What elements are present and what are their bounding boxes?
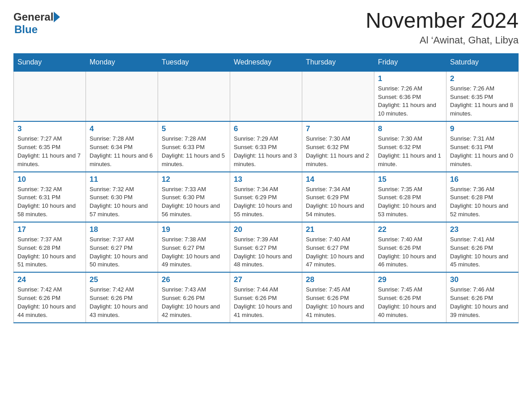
calendar-cell: 20Sunrise: 7:39 AM Sunset: 6:27 PM Dayli… [230, 222, 302, 272]
day-info: Sunrise: 7:42 AM Sunset: 6:26 PM Dayligh… [17, 286, 82, 319]
day-info: Sunrise: 7:26 AM Sunset: 6:36 PM Dayligh… [378, 85, 442, 118]
day-number: 17 [17, 225, 82, 234]
day-info: Sunrise: 7:30 AM Sunset: 6:32 PM Dayligh… [306, 135, 370, 168]
weekday-header-thursday: Thursday [302, 53, 374, 71]
calendar-cell: 7Sunrise: 7:30 AM Sunset: 6:32 PM Daylig… [302, 121, 374, 171]
location-title: Al ‘Awinat, Ghat, Libya [365, 34, 519, 46]
calendar-cell: 11Sunrise: 7:32 AM Sunset: 6:30 PM Dayli… [86, 172, 158, 222]
day-info: Sunrise: 7:27 AM Sunset: 6:35 PM Dayligh… [17, 135, 82, 168]
day-info: Sunrise: 7:29 AM Sunset: 6:33 PM Dayligh… [234, 135, 298, 168]
weekday-header-friday: Friday [374, 53, 446, 71]
calendar-cell: 12Sunrise: 7:33 AM Sunset: 6:30 PM Dayli… [158, 172, 230, 222]
day-number: 27 [234, 275, 298, 284]
calendar-cell [158, 71, 230, 121]
day-number: 23 [450, 225, 515, 234]
calendar-cell: 17Sunrise: 7:37 AM Sunset: 6:28 PM Dayli… [14, 222, 86, 272]
weekday-header-tuesday: Tuesday [158, 53, 230, 71]
calendar-cell [86, 71, 158, 121]
day-number: 22 [378, 225, 442, 234]
calendar-cell [14, 71, 86, 121]
calendar-cell: 21Sunrise: 7:40 AM Sunset: 6:27 PM Dayli… [302, 222, 374, 272]
calendar-week-row: 1Sunrise: 7:26 AM Sunset: 6:36 PM Daylig… [14, 71, 519, 121]
month-title: November 2024 [365, 9, 519, 33]
day-info: Sunrise: 7:30 AM Sunset: 6:32 PM Dayligh… [378, 135, 442, 168]
day-info: Sunrise: 7:44 AM Sunset: 6:26 PM Dayligh… [234, 286, 298, 319]
calendar-cell: 26Sunrise: 7:43 AM Sunset: 6:26 PM Dayli… [158, 272, 230, 322]
day-number: 14 [306, 175, 370, 184]
day-number: 8 [378, 124, 442, 133]
day-info: Sunrise: 7:32 AM Sunset: 6:30 PM Dayligh… [90, 185, 154, 219]
calendar-cell: 1Sunrise: 7:26 AM Sunset: 6:36 PM Daylig… [374, 71, 446, 121]
calendar-cell: 3Sunrise: 7:27 AM Sunset: 6:35 PM Daylig… [14, 121, 86, 171]
day-info: Sunrise: 7:43 AM Sunset: 6:26 PM Dayligh… [162, 286, 226, 319]
weekday-header-sunday: Sunday [14, 53, 86, 71]
day-info: Sunrise: 7:40 AM Sunset: 6:26 PM Dayligh… [378, 235, 442, 269]
calendar-cell: 19Sunrise: 7:38 AM Sunset: 6:27 PM Dayli… [158, 222, 230, 272]
calendar-cell: 8Sunrise: 7:30 AM Sunset: 6:32 PM Daylig… [374, 121, 446, 171]
day-number: 1 [378, 74, 442, 83]
calendar-cell: 30Sunrise: 7:46 AM Sunset: 6:26 PM Dayli… [446, 272, 519, 322]
day-number: 12 [162, 175, 226, 184]
calendar-cell: 15Sunrise: 7:35 AM Sunset: 6:28 PM Dayli… [374, 172, 446, 222]
day-number: 11 [90, 175, 154, 184]
day-number: 26 [162, 275, 226, 284]
day-number: 2 [450, 74, 515, 83]
logo-blue-text: Blue [14, 23, 38, 36]
calendar-cell: 25Sunrise: 7:42 AM Sunset: 6:26 PM Dayli… [86, 272, 158, 322]
day-info: Sunrise: 7:32 AM Sunset: 6:31 PM Dayligh… [17, 185, 82, 219]
day-number: 5 [162, 124, 226, 133]
calendar-cell [302, 71, 374, 121]
calendar-cell: 27Sunrise: 7:44 AM Sunset: 6:26 PM Dayli… [230, 272, 302, 322]
day-info: Sunrise: 7:28 AM Sunset: 6:33 PM Dayligh… [162, 135, 226, 168]
day-number: 24 [17, 275, 82, 284]
day-info: Sunrise: 7:41 AM Sunset: 6:26 PM Dayligh… [450, 235, 515, 269]
logo-triangle-icon [54, 12, 60, 22]
calendar-week-row: 17Sunrise: 7:37 AM Sunset: 6:28 PM Dayli… [14, 222, 519, 272]
day-number: 16 [450, 175, 515, 184]
day-info: Sunrise: 7:39 AM Sunset: 6:27 PM Dayligh… [234, 235, 298, 269]
calendar-cell: 28Sunrise: 7:45 AM Sunset: 6:26 PM Dayli… [302, 272, 374, 322]
day-info: Sunrise: 7:46 AM Sunset: 6:26 PM Dayligh… [450, 286, 515, 319]
weekday-header-monday: Monday [86, 53, 158, 71]
calendar-cell: 14Sunrise: 7:34 AM Sunset: 6:29 PM Dayli… [302, 172, 374, 222]
day-number: 9 [450, 124, 515, 133]
calendar-cell: 18Sunrise: 7:37 AM Sunset: 6:27 PM Dayli… [86, 222, 158, 272]
day-number: 4 [90, 124, 154, 133]
calendar-table: SundayMondayTuesdayWednesdayThursdayFrid… [13, 53, 519, 323]
calendar-cell: 24Sunrise: 7:42 AM Sunset: 6:26 PM Dayli… [14, 272, 86, 322]
day-info: Sunrise: 7:36 AM Sunset: 6:28 PM Dayligh… [450, 185, 515, 219]
day-info: Sunrise: 7:38 AM Sunset: 6:27 PM Dayligh… [162, 235, 226, 269]
day-info: Sunrise: 7:33 AM Sunset: 6:30 PM Dayligh… [162, 185, 226, 219]
day-info: Sunrise: 7:34 AM Sunset: 6:29 PM Dayligh… [234, 185, 298, 219]
day-number: 29 [378, 275, 442, 284]
calendar-week-row: 3Sunrise: 7:27 AM Sunset: 6:35 PM Daylig… [14, 121, 519, 171]
logo: General Blue [13, 9, 60, 36]
day-info: Sunrise: 7:40 AM Sunset: 6:27 PM Dayligh… [306, 235, 370, 269]
day-info: Sunrise: 7:34 AM Sunset: 6:29 PM Dayligh… [306, 185, 370, 219]
page-header: General Blue November 2024 Al ‘Awinat, G… [13, 9, 519, 46]
weekday-header-wednesday: Wednesday [230, 53, 302, 71]
day-number: 21 [306, 225, 370, 234]
calendar-cell: 10Sunrise: 7:32 AM Sunset: 6:31 PM Dayli… [14, 172, 86, 222]
day-number: 18 [90, 225, 154, 234]
day-info: Sunrise: 7:31 AM Sunset: 6:31 PM Dayligh… [450, 135, 515, 168]
weekday-header-saturday: Saturday [446, 53, 519, 71]
calendar-cell: 16Sunrise: 7:36 AM Sunset: 6:28 PM Dayli… [446, 172, 519, 222]
calendar-week-row: 24Sunrise: 7:42 AM Sunset: 6:26 PM Dayli… [14, 272, 519, 322]
calendar-week-row: 10Sunrise: 7:32 AM Sunset: 6:31 PM Dayli… [14, 172, 519, 222]
weekday-header-row: SundayMondayTuesdayWednesdayThursdayFrid… [14, 53, 519, 71]
day-number: 3 [17, 124, 82, 133]
day-info: Sunrise: 7:35 AM Sunset: 6:28 PM Dayligh… [378, 185, 442, 219]
day-number: 20 [234, 225, 298, 234]
day-number: 28 [306, 275, 370, 284]
calendar-cell: 13Sunrise: 7:34 AM Sunset: 6:29 PM Dayli… [230, 172, 302, 222]
day-number: 13 [234, 175, 298, 184]
calendar-cell: 29Sunrise: 7:45 AM Sunset: 6:26 PM Dayli… [374, 272, 446, 322]
calendar-cell: 6Sunrise: 7:29 AM Sunset: 6:33 PM Daylig… [230, 121, 302, 171]
day-info: Sunrise: 7:37 AM Sunset: 6:27 PM Dayligh… [90, 235, 154, 269]
day-number: 25 [90, 275, 154, 284]
day-info: Sunrise: 7:45 AM Sunset: 6:26 PM Dayligh… [306, 286, 370, 319]
day-number: 6 [234, 124, 298, 133]
logo-general-text: General [13, 11, 53, 23]
calendar-cell: 2Sunrise: 7:26 AM Sunset: 6:35 PM Daylig… [446, 71, 519, 121]
